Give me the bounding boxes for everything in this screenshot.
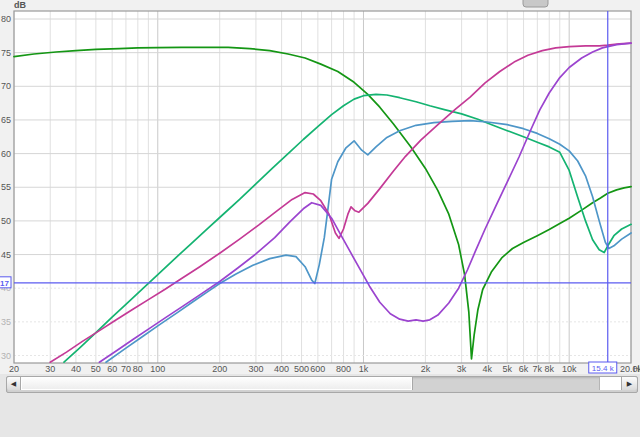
- measurement-app-window: 8075706560555045403530dB2030405060708010…: [0, 0, 640, 437]
- scroll-left-arrow-icon[interactable]: ◀: [7, 377, 21, 390]
- x-axis-tick-label: 20: [9, 364, 19, 374]
- y-axis-tick-label: 75: [1, 48, 11, 58]
- x-axis-tick-label: 7k: [533, 364, 543, 374]
- scroll-right-arrow-icon[interactable]: ▶: [621, 377, 637, 390]
- x-axis-tick-label: 1k: [359, 364, 369, 374]
- x-axis-tick-label: 300: [248, 364, 263, 374]
- x-axis-tick-label: 40: [71, 364, 81, 374]
- y-axis-unit-label: dB: [14, 0, 26, 10]
- x-axis-tick-label: 400: [274, 364, 289, 374]
- y-axis-tick-label: 80: [1, 14, 11, 24]
- y-axis-tick-label: 30: [1, 351, 11, 361]
- x-axis-tick-label: 5k: [502, 364, 512, 374]
- x-axis-tick-label: 60: [107, 364, 117, 374]
- frequency-response-chart[interactable]: 8075706560555045403530dB2030405060708010…: [0, 0, 640, 374]
- x-axis-tick-label: 10k: [562, 364, 577, 374]
- x-axis-tick-label: 30: [45, 364, 55, 374]
- x-axis-tick-label: 3k: [457, 364, 467, 374]
- y-axis-tick-label: 65: [1, 115, 11, 125]
- x-axis-tick-label: 50: [91, 364, 101, 374]
- x-axis-tick-label: 500: [294, 364, 309, 374]
- y-axis-tick-label: 55: [1, 182, 11, 192]
- top-edge-button[interactable]: [523, 0, 548, 7]
- x-axis-tick-label: 80: [133, 364, 143, 374]
- x-axis-tick-label: 100: [150, 364, 165, 374]
- bottom-strip: ◀ ▶ ✓ 1: Woofer rojo 54.1 dB ✓ 2: Mid Ba…: [0, 374, 640, 437]
- scrollbar-thumb[interactable]: [21, 377, 413, 390]
- x-axis-tick-label: 2k: [421, 364, 431, 374]
- x-axis-tick-label: 70: [121, 364, 131, 374]
- cursor-level-readout: 17: [0, 279, 9, 288]
- x-axis-tick-label: 4k: [483, 364, 493, 374]
- x-axis-tick-label: 800: [336, 364, 351, 374]
- scrollbar-endcap: [599, 377, 622, 390]
- x-axis-unit-label: Hz: [633, 364, 640, 374]
- x-axis-tick-label: 600: [310, 364, 325, 374]
- horizontal-scrollbar[interactable]: ◀ ▶: [6, 376, 638, 393]
- x-axis-tick-label: 8k: [544, 364, 554, 374]
- y-axis-tick-label: 50: [1, 216, 11, 226]
- y-axis-tick-label: 60: [1, 149, 11, 159]
- y-axis-tick-label: 45: [1, 250, 11, 260]
- y-axis-tick-label: 35: [1, 317, 11, 327]
- y-axis-tick-label: 70: [1, 81, 11, 91]
- cursor-freq-readout: 15.4 k: [592, 364, 615, 373]
- x-axis-tick-label: 6k: [519, 364, 529, 374]
- x-axis-tick-label: 200: [212, 364, 227, 374]
